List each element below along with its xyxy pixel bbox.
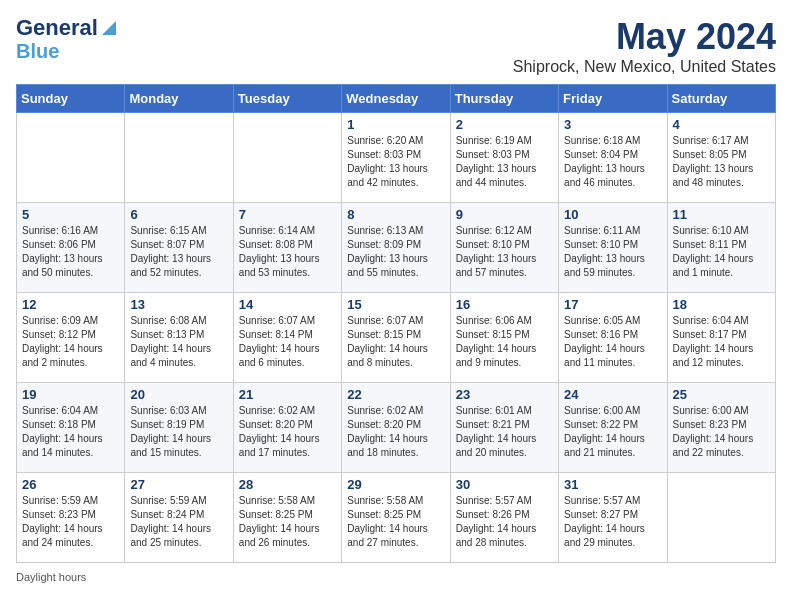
day-info: Sunrise: 6:09 AM Sunset: 8:12 PM Dayligh… bbox=[22, 314, 119, 370]
day-info: Sunrise: 5:57 AM Sunset: 8:26 PM Dayligh… bbox=[456, 494, 553, 550]
day-of-week-header: Monday bbox=[125, 85, 233, 113]
day-number: 20 bbox=[130, 387, 227, 402]
calendar-day-cell: 7Sunrise: 6:14 AM Sunset: 8:08 PM Daylig… bbox=[233, 203, 341, 293]
day-number: 31 bbox=[564, 477, 661, 492]
day-number: 25 bbox=[673, 387, 770, 402]
day-info: Sunrise: 6:19 AM Sunset: 8:03 PM Dayligh… bbox=[456, 134, 553, 190]
month-title: May 2024 bbox=[513, 16, 776, 58]
day-info: Sunrise: 5:59 AM Sunset: 8:24 PM Dayligh… bbox=[130, 494, 227, 550]
svg-marker-0 bbox=[102, 21, 116, 35]
day-number: 15 bbox=[347, 297, 444, 312]
day-number: 8 bbox=[347, 207, 444, 222]
calendar-day-cell: 17Sunrise: 6:05 AM Sunset: 8:16 PM Dayli… bbox=[559, 293, 667, 383]
day-number: 21 bbox=[239, 387, 336, 402]
day-number: 17 bbox=[564, 297, 661, 312]
day-info: Sunrise: 6:10 AM Sunset: 8:11 PM Dayligh… bbox=[673, 224, 770, 280]
day-info: Sunrise: 6:00 AM Sunset: 8:23 PM Dayligh… bbox=[673, 404, 770, 460]
day-number: 6 bbox=[130, 207, 227, 222]
day-info: Sunrise: 6:04 AM Sunset: 8:17 PM Dayligh… bbox=[673, 314, 770, 370]
logo: General Blue bbox=[16, 16, 116, 62]
day-info: Sunrise: 6:08 AM Sunset: 8:13 PM Dayligh… bbox=[130, 314, 227, 370]
location-title: Shiprock, New Mexico, United States bbox=[513, 58, 776, 76]
calendar-week-row: 1Sunrise: 6:20 AM Sunset: 8:03 PM Daylig… bbox=[17, 113, 776, 203]
calendar-week-row: 26Sunrise: 5:59 AM Sunset: 8:23 PM Dayli… bbox=[17, 473, 776, 563]
title-block: May 2024 Shiprock, New Mexico, United St… bbox=[513, 16, 776, 76]
day-number: 13 bbox=[130, 297, 227, 312]
day-number: 12 bbox=[22, 297, 119, 312]
day-info: Sunrise: 6:02 AM Sunset: 8:20 PM Dayligh… bbox=[347, 404, 444, 460]
calendar-day-cell: 28Sunrise: 5:58 AM Sunset: 8:25 PM Dayli… bbox=[233, 473, 341, 563]
calendar-day-cell: 12Sunrise: 6:09 AM Sunset: 8:12 PM Dayli… bbox=[17, 293, 125, 383]
calendar-day-cell: 5Sunrise: 6:16 AM Sunset: 8:06 PM Daylig… bbox=[17, 203, 125, 293]
calendar-day-cell: 10Sunrise: 6:11 AM Sunset: 8:10 PM Dayli… bbox=[559, 203, 667, 293]
calendar-day-cell bbox=[17, 113, 125, 203]
day-number: 14 bbox=[239, 297, 336, 312]
calendar-day-cell bbox=[667, 473, 775, 563]
day-info: Sunrise: 6:04 AM Sunset: 8:18 PM Dayligh… bbox=[22, 404, 119, 460]
calendar-day-cell: 4Sunrise: 6:17 AM Sunset: 8:05 PM Daylig… bbox=[667, 113, 775, 203]
calendar-day-cell: 25Sunrise: 6:00 AM Sunset: 8:23 PM Dayli… bbox=[667, 383, 775, 473]
day-number: 1 bbox=[347, 117, 444, 132]
page-header: General Blue May 2024 Shiprock, New Mexi… bbox=[16, 16, 776, 76]
day-of-week-header: Tuesday bbox=[233, 85, 341, 113]
calendar-day-cell: 19Sunrise: 6:04 AM Sunset: 8:18 PM Dayli… bbox=[17, 383, 125, 473]
day-number: 19 bbox=[22, 387, 119, 402]
calendar-day-cell: 13Sunrise: 6:08 AM Sunset: 8:13 PM Dayli… bbox=[125, 293, 233, 383]
calendar-day-cell: 8Sunrise: 6:13 AM Sunset: 8:09 PM Daylig… bbox=[342, 203, 450, 293]
calendar-day-cell: 11Sunrise: 6:10 AM Sunset: 8:11 PM Dayli… bbox=[667, 203, 775, 293]
day-info: Sunrise: 6:11 AM Sunset: 8:10 PM Dayligh… bbox=[564, 224, 661, 280]
day-info: Sunrise: 6:17 AM Sunset: 8:05 PM Dayligh… bbox=[673, 134, 770, 190]
calendar-day-cell bbox=[233, 113, 341, 203]
day-info: Sunrise: 6:16 AM Sunset: 8:06 PM Dayligh… bbox=[22, 224, 119, 280]
day-info: Sunrise: 6:12 AM Sunset: 8:10 PM Dayligh… bbox=[456, 224, 553, 280]
day-info: Sunrise: 6:14 AM Sunset: 8:08 PM Dayligh… bbox=[239, 224, 336, 280]
day-info: Sunrise: 6:00 AM Sunset: 8:22 PM Dayligh… bbox=[564, 404, 661, 460]
day-of-week-header: Thursday bbox=[450, 85, 558, 113]
footer: Daylight hours bbox=[16, 571, 776, 583]
calendar-day-cell: 26Sunrise: 5:59 AM Sunset: 8:23 PM Dayli… bbox=[17, 473, 125, 563]
day-number: 4 bbox=[673, 117, 770, 132]
day-info: Sunrise: 5:58 AM Sunset: 8:25 PM Dayligh… bbox=[239, 494, 336, 550]
calendar-day-cell: 6Sunrise: 6:15 AM Sunset: 8:07 PM Daylig… bbox=[125, 203, 233, 293]
day-number: 2 bbox=[456, 117, 553, 132]
logo-text-general: General bbox=[16, 16, 98, 40]
daylight-hours-label: Daylight hours bbox=[16, 571, 86, 583]
calendar-day-cell: 29Sunrise: 5:58 AM Sunset: 8:25 PM Dayli… bbox=[342, 473, 450, 563]
logo-triangle-icon bbox=[98, 19, 116, 37]
day-number: 23 bbox=[456, 387, 553, 402]
day-info: Sunrise: 5:57 AM Sunset: 8:27 PM Dayligh… bbox=[564, 494, 661, 550]
calendar-day-cell: 27Sunrise: 5:59 AM Sunset: 8:24 PM Dayli… bbox=[125, 473, 233, 563]
day-info: Sunrise: 5:59 AM Sunset: 8:23 PM Dayligh… bbox=[22, 494, 119, 550]
day-number: 5 bbox=[22, 207, 119, 222]
day-number: 28 bbox=[239, 477, 336, 492]
calendar-day-cell: 2Sunrise: 6:19 AM Sunset: 8:03 PM Daylig… bbox=[450, 113, 558, 203]
day-number: 7 bbox=[239, 207, 336, 222]
day-info: Sunrise: 5:58 AM Sunset: 8:25 PM Dayligh… bbox=[347, 494, 444, 550]
day-number: 30 bbox=[456, 477, 553, 492]
day-number: 29 bbox=[347, 477, 444, 492]
calendar-week-row: 19Sunrise: 6:04 AM Sunset: 8:18 PM Dayli… bbox=[17, 383, 776, 473]
day-number: 9 bbox=[456, 207, 553, 222]
calendar-day-cell: 31Sunrise: 5:57 AM Sunset: 8:27 PM Dayli… bbox=[559, 473, 667, 563]
day-info: Sunrise: 6:07 AM Sunset: 8:15 PM Dayligh… bbox=[347, 314, 444, 370]
calendar-day-cell: 15Sunrise: 6:07 AM Sunset: 8:15 PM Dayli… bbox=[342, 293, 450, 383]
calendar-day-cell: 16Sunrise: 6:06 AM Sunset: 8:15 PM Dayli… bbox=[450, 293, 558, 383]
calendar-day-cell: 14Sunrise: 6:07 AM Sunset: 8:14 PM Dayli… bbox=[233, 293, 341, 383]
day-number: 10 bbox=[564, 207, 661, 222]
calendar-day-cell: 22Sunrise: 6:02 AM Sunset: 8:20 PM Dayli… bbox=[342, 383, 450, 473]
day-info: Sunrise: 6:13 AM Sunset: 8:09 PM Dayligh… bbox=[347, 224, 444, 280]
day-number: 26 bbox=[22, 477, 119, 492]
day-of-week-header: Friday bbox=[559, 85, 667, 113]
calendar-day-cell bbox=[125, 113, 233, 203]
calendar-header-row: SundayMondayTuesdayWednesdayThursdayFrid… bbox=[17, 85, 776, 113]
day-info: Sunrise: 6:06 AM Sunset: 8:15 PM Dayligh… bbox=[456, 314, 553, 370]
day-number: 24 bbox=[564, 387, 661, 402]
day-info: Sunrise: 6:15 AM Sunset: 8:07 PM Dayligh… bbox=[130, 224, 227, 280]
day-number: 16 bbox=[456, 297, 553, 312]
calendar-day-cell: 3Sunrise: 6:18 AM Sunset: 8:04 PM Daylig… bbox=[559, 113, 667, 203]
calendar-day-cell: 20Sunrise: 6:03 AM Sunset: 8:19 PM Dayli… bbox=[125, 383, 233, 473]
calendar-day-cell: 1Sunrise: 6:20 AM Sunset: 8:03 PM Daylig… bbox=[342, 113, 450, 203]
calendar-week-row: 12Sunrise: 6:09 AM Sunset: 8:12 PM Dayli… bbox=[17, 293, 776, 383]
day-number: 27 bbox=[130, 477, 227, 492]
calendar-day-cell: 21Sunrise: 6:02 AM Sunset: 8:20 PM Dayli… bbox=[233, 383, 341, 473]
